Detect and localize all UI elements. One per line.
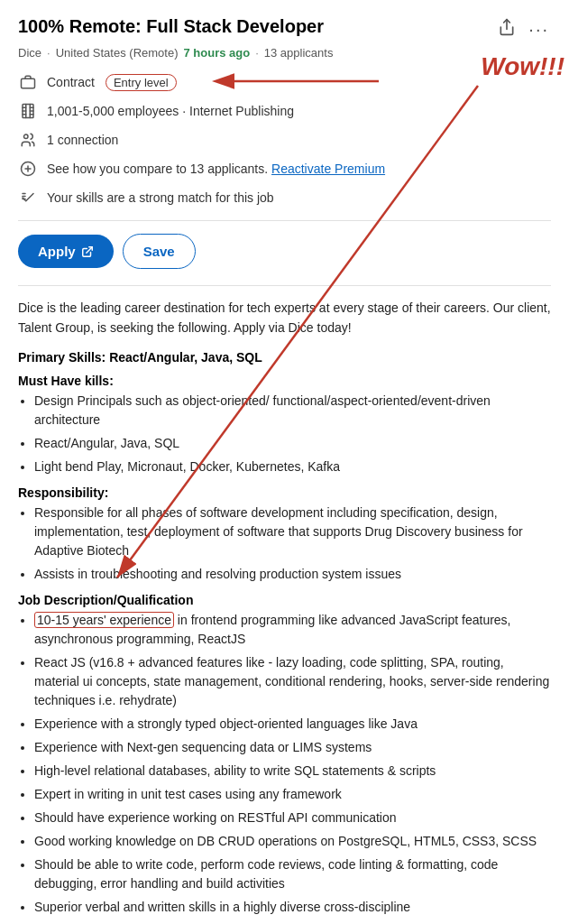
- divider-2: [18, 285, 551, 286]
- list-item: High-level relational databases, ability…: [34, 762, 551, 781]
- compare-text: See how you compare to 13 applicants. Re…: [47, 162, 385, 176]
- list-item: Expert in writing in unit test cases usi…: [34, 785, 551, 804]
- more-options-button[interactable]: ···: [527, 17, 551, 42]
- list-item: React/Angular, Java, SQL: [34, 434, 551, 453]
- list-item: Experience with Next-gen sequencing data…: [34, 738, 551, 757]
- skills-match-icon: [18, 188, 38, 208]
- skills-match-row: Your skills are a strong match for this …: [18, 188, 551, 208]
- share-button[interactable]: [496, 16, 518, 42]
- contract-type: Contract: [47, 75, 95, 89]
- list-item: Responsible for all phases of software d…: [34, 504, 551, 560]
- save-button[interactable]: Save: [123, 234, 196, 269]
- wow-annotation: Wow!!!: [481, 52, 564, 81]
- people-icon: [18, 130, 38, 150]
- job-location: United States (Remote): [56, 46, 179, 60]
- action-buttons-row: Apply Save: [18, 234, 551, 269]
- job-source: Dice: [18, 46, 41, 60]
- list-item: Good working knowledge on DB CRUD operat…: [34, 832, 551, 851]
- job-time: 7 hours ago: [183, 46, 250, 60]
- list-item: React JS (v16.8 + advanced features like…: [34, 653, 551, 710]
- primary-skills-title: Primary Skills: React/Angular, Java, SQL: [18, 350, 551, 365]
- skills-match-text: Your skills are a strong match for this …: [47, 190, 274, 205]
- job-description-title: Job Description/Qualification: [18, 593, 551, 607]
- description-intro: Dice is the leading career destination f…: [18, 299, 551, 337]
- entry-level-badge: Entry level: [106, 74, 177, 91]
- list-item: Experience with a strongly typed object-…: [34, 715, 551, 734]
- divider: [18, 220, 551, 221]
- svg-point-13: [24, 134, 29, 139]
- meta-row: Dice · United States (Remote) 7 hours ag…: [18, 46, 551, 60]
- contract-info-row: Contract Entry level Wow!!!: [18, 72, 551, 92]
- list-item: Design Principals such as object-oriente…: [34, 392, 551, 430]
- reactivate-premium-link[interactable]: Reactivate Premium: [271, 162, 385, 176]
- svg-rect-1: [22, 79, 35, 88]
- compare-row: See how you compare to 13 applicants. Re…: [18, 159, 551, 179]
- job-title: 100% Remote: Full Stack Developer: [18, 14, 489, 38]
- apply-button[interactable]: Apply: [18, 235, 114, 268]
- qualification-list: 10-15 years' experience in frontend prog…: [18, 611, 551, 917]
- company-size-text: 1,001-5,000 employees · Internet Publish…: [47, 104, 294, 118]
- briefcase-icon: [18, 72, 38, 92]
- connection-text: 1 connection: [47, 133, 118, 147]
- responsibility-list: Responsible for all phases of software d…: [18, 504, 551, 584]
- company-size-row: 1,001-5,000 employees · Internet Publish…: [18, 101, 551, 121]
- must-have-title: Must Have kills:: [18, 374, 551, 388]
- must-have-list: Design Principals such as object-oriente…: [18, 392, 551, 476]
- responsibility-title: Responsibility:: [18, 485, 551, 500]
- list-item: Light bend Play, Micronaut, Docker, Kube…: [34, 457, 551, 476]
- arrow-annotation: [225, 68, 406, 104]
- list-item-experience: 10-15 years' experience in frontend prog…: [34, 611, 551, 649]
- compare-icon: [18, 159, 38, 179]
- building-icon: [18, 101, 38, 121]
- connection-row: 1 connection: [18, 130, 551, 150]
- applicant-count: 13 applicants: [264, 46, 334, 60]
- list-item: Should be able to write code, perform co…: [34, 855, 551, 893]
- experience-highlight: 10-15 years' experience: [34, 612, 174, 628]
- list-item: Assists in troubleshooting and resolving…: [34, 565, 551, 584]
- svg-line-20: [87, 246, 92, 252]
- list-item: Should have experience working on RESTfu…: [34, 808, 551, 827]
- list-item: Superior verbal and written skills in a …: [34, 898, 551, 917]
- external-link-icon: [81, 245, 94, 258]
